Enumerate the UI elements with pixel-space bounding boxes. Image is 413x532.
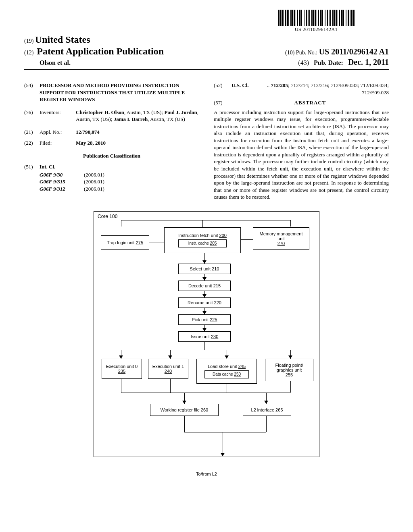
trap-logic-unit: Trap logic unit 275 xyxy=(101,235,149,250)
authors-name: Olson et al. xyxy=(24,59,71,66)
abstract-text: A processor including instruction suppor… xyxy=(214,109,389,201)
figure-wrap: Core 100 Trap logic unit 275 Instruction… xyxy=(24,211,389,469)
pub-date-value: Dec. 1, 2011 xyxy=(348,58,389,67)
issue-unit: Issue unit 230 xyxy=(178,331,231,342)
execution-unit-1: Execution unit 1240 xyxy=(148,359,188,379)
barcode-text: US 20110296142A1 xyxy=(244,27,389,33)
pub-class-heading: Publication Classification xyxy=(24,152,199,160)
decode-unit: Decode unit 215 xyxy=(178,281,231,291)
intcl-item-ver: (2006.01) xyxy=(84,178,104,185)
pub-type: Patent Application Publication xyxy=(37,46,164,57)
divider xyxy=(24,69,389,70)
barcode-block: US 20110296142A1 xyxy=(244,10,389,33)
uscl-code: (52) xyxy=(214,82,229,96)
inventors-code: (76) xyxy=(24,109,40,123)
intcl-list: G06F 9/30(2006.01) G06F 9/315(2006.01) G… xyxy=(24,171,199,193)
patent-page: US 20110296142A1 (19) United States (12)… xyxy=(0,0,413,485)
floating-point-graphics-unit: Floating point/ graphics unit255 xyxy=(265,359,313,381)
filed-label: Filed: xyxy=(40,139,76,147)
core-diagram: Core 100 Trap logic unit 275 Instruction… xyxy=(94,211,319,469)
pub-date-label: Pub. Date: xyxy=(314,59,343,66)
uscl-value: .. 712/205; 712/214; 712/216; 712/E09.03… xyxy=(251,82,389,96)
abstract-code: (57) xyxy=(214,99,229,109)
intcl-code: (51) xyxy=(24,163,40,170)
uscl-label: U.S. Cl. xyxy=(232,82,249,96)
header-block: (19) United States (12) Patent Applicati… xyxy=(24,34,389,67)
title-code: (54) xyxy=(24,82,40,103)
filed-code: (22) xyxy=(24,139,40,147)
instr-cache: Instr. cache 205 xyxy=(178,239,227,247)
filed-value: May 28, 2010 xyxy=(76,139,199,147)
appl-label: Appl. No.: xyxy=(40,129,76,136)
select-unit: Select unit 210 xyxy=(178,264,231,274)
divider-thin xyxy=(24,76,389,76)
intcl-item-code: G06F 9/30 xyxy=(40,171,84,179)
appl-code: (21) xyxy=(24,129,40,136)
memory-management-unit: Memory management unit 270 xyxy=(253,227,309,250)
barcode-icon xyxy=(244,10,389,26)
invention-title: PROCESSOR AND METHOD PROVIDING INSTRUCTI… xyxy=(40,82,199,103)
top-row: US 20110296142A1 xyxy=(24,10,389,33)
appl-value: 12/790,074 xyxy=(76,129,199,136)
rename-unit: Rename unit 220 xyxy=(178,297,231,308)
inventors-value: Christopher H. Olson, Austin, TX (US); P… xyxy=(76,109,198,123)
core-label: Core 100 xyxy=(98,214,117,219)
pub-type-code: (12) xyxy=(24,50,33,56)
load-store-unit: Load store unit 245 Data cache 250 xyxy=(196,359,257,384)
authority-name: United States xyxy=(35,34,90,45)
pub-no-code: (10) xyxy=(285,50,294,56)
data-cache: Data cache 250 xyxy=(204,370,249,378)
tofrom-l2-label: To/from L2 xyxy=(94,472,319,476)
l2-interface: L2 interface 265 xyxy=(243,404,291,416)
pub-date-code: (43) xyxy=(298,59,309,66)
intcl-item-ver: (2006.01) xyxy=(84,185,104,193)
intcl-item-code: G06F 9/312 xyxy=(40,185,84,193)
working-register-file: Working register file 260 xyxy=(150,404,219,416)
intcl-item-ver: (2006.01) xyxy=(84,171,104,179)
biblio-columns: (54) PROCESSOR AND METHOD PROVIDING INST… xyxy=(24,82,389,201)
authority-code: (19) xyxy=(24,38,33,44)
instruction-fetch-unit: Instruction fetch unit 200 Instr. cache … xyxy=(164,227,241,253)
pub-no-label: Pub. No.: xyxy=(296,50,317,56)
left-column: (54) PROCESSOR AND METHOD PROVIDING INST… xyxy=(24,82,199,201)
pub-no-value: US 2011/0296142 A1 xyxy=(319,47,389,56)
inventors-label: Inventors: xyxy=(40,109,76,123)
abstract-heading: ABSTRACT xyxy=(232,99,389,106)
intcl-label: Int. Cl. xyxy=(40,163,55,170)
right-column: (52) U.S. Cl. .. 712/205; 712/214; 712/2… xyxy=(214,82,389,201)
pick-unit: Pick unit 225 xyxy=(178,314,231,325)
execution-unit-0: Execution unit 0235 xyxy=(102,359,142,379)
intcl-item-code: G06F 9/315 xyxy=(40,178,84,185)
